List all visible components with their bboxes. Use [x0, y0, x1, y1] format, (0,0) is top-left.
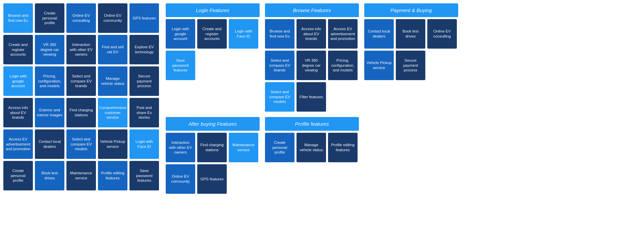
feature-tile[interactable]: Save password features [129, 161, 159, 190]
feature-tile[interactable]: Explore EV technology [129, 35, 159, 64]
feature-tile[interactable]: Browse and find new Ev [265, 19, 294, 49]
feature-tile[interactable]: Pricing, configuration, and models [35, 66, 64, 96]
profile-features-header: Profile features [265, 117, 359, 131]
left-section: Browse and find new EvCreate personal pr… [3, 3, 159, 194]
right-row-1: Login Features Login with google account… [166, 3, 641, 112]
feature-tile[interactable]: Find charging stations [197, 133, 227, 162]
browse-features-header: Browse Features [265, 3, 359, 17]
feature-tile[interactable]: Select and compare EV models [265, 82, 294, 112]
feature-tile[interactable]: Manage vehicle status [98, 66, 127, 96]
feature-tile[interactable]: Save password features [166, 51, 195, 80]
right-container: Login Features Login with google account… [166, 3, 641, 194]
feature-tile[interactable]: Interaction with other EV owners [66, 35, 96, 64]
after-buying-section: After buying Features Interaction with o… [166, 117, 260, 194]
feature-tile[interactable]: Login with google account [166, 19, 195, 49]
feature-tile[interactable]: VR 360 degree car viewing [297, 51, 326, 80]
browse-features-grid: Browse and find new EvAccess info about … [265, 19, 359, 112]
feature-tile[interactable]: Profile editing features [98, 161, 127, 190]
feature-tile[interactable]: Access info about EV brands [297, 19, 326, 49]
feature-tile[interactable]: Post and share Ev stories [129, 98, 159, 127]
feature-tile[interactable]: Secure payment process [129, 66, 159, 96]
profile-features-section: Profile features Create personal profile… [265, 117, 359, 194]
feature-tile[interactable]: Online EV community [166, 164, 195, 194]
payment-buying-header: Payment & Buying [364, 3, 458, 17]
feature-tile[interactable]: Login with Face ID [129, 129, 159, 159]
feature-tile[interactable]: Create personal profile [35, 3, 64, 33]
feature-tile[interactable]: Create personal profile [265, 133, 294, 162]
feature-tile[interactable]: Create and register accounts [197, 19, 227, 49]
feature-tile[interactable]: Pricing, configuration, and models [328, 51, 358, 80]
feature-tile[interactable]: Select and compare EV brands [265, 51, 294, 80]
feature-tile[interactable]: Contact local dealers [35, 129, 64, 159]
feature-tile[interactable]: Login with Face ID [229, 19, 258, 49]
feature-tile[interactable]: Create and register accounts [3, 35, 33, 64]
feature-tile[interactable]: Select and compare EV models [66, 129, 96, 159]
feature-tile[interactable]: Interaction with other EV owners [166, 133, 195, 162]
left-feature-grid: Browse and find new EvCreate personal pr… [3, 3, 159, 190]
after-buying-grid: Interaction with other EV ownersFind cha… [166, 133, 260, 194]
right-row-2: After buying Features Interaction with o… [166, 117, 641, 194]
feature-tile[interactable]: Contact local dealers [364, 19, 394, 49]
feature-tile[interactable]: Online EV consulting [66, 3, 96, 33]
login-features-section: Login Features Login with google account… [166, 3, 260, 112]
feature-tile[interactable]: Filter features [297, 82, 326, 112]
feature-tile[interactable]: Vehicle Pickup service [364, 51, 394, 80]
feature-tile[interactable]: Create personal profile [3, 161, 33, 190]
feature-tile[interactable]: Login with google account [3, 66, 33, 96]
feature-tile[interactable]: Browse and find new Ev [3, 3, 33, 33]
feature-tile[interactable]: Access info about EV brands [3, 98, 33, 127]
feature-tile[interactable]: Access EV advertisement and promotion [3, 129, 33, 159]
feature-tile[interactable]: GPS features [197, 164, 227, 194]
feature-tile[interactable]: Find charging stations [66, 98, 96, 127]
login-features-grid: Login with google accountCreate and regi… [166, 19, 260, 80]
feature-tile[interactable]: Book test drives [396, 19, 425, 49]
feature-tile[interactable]: VR 360 degree car viewing [35, 35, 64, 64]
feature-tile[interactable]: GPS features [129, 3, 159, 33]
feature-tile[interactable]: Manage vehicle status [297, 133, 326, 162]
feature-tile[interactable]: Maintenance service [229, 133, 258, 162]
payment-buying-grid: Contact local dealersBook test drivesOnl… [364, 19, 458, 80]
feature-tile[interactable]: Select and compare EV brands [66, 66, 96, 96]
login-features-header: Login Features [166, 3, 260, 17]
feature-tile[interactable]: Find and sell old EV [98, 35, 127, 64]
profile-features-grid: Create personal profileManage vehicle st… [265, 133, 359, 162]
feature-tile[interactable]: Maintenance service [66, 161, 96, 190]
feature-tile[interactable]: Secure payment process [396, 51, 425, 80]
feature-tile[interactable]: Online EV community [98, 3, 127, 33]
after-buying-header: After buying Features [166, 117, 260, 131]
feature-tile[interactable]: Profile editing features [328, 133, 358, 162]
browse-features-section: Browse Features Browse and find new EvAc… [265, 3, 359, 112]
payment-buying-section: Payment & Buying Contact local dealersBo… [364, 3, 458, 112]
feature-tile[interactable]: Online EV consulting [427, 19, 457, 49]
feature-tile[interactable]: Exterior and interior images [35, 98, 64, 127]
feature-tile[interactable]: Access EV advertisement and promotion [328, 19, 358, 49]
feature-tile[interactable]: Book test drives [35, 161, 64, 190]
feature-tile[interactable]: Vehicle Pickup service [98, 129, 127, 159]
feature-tile[interactable]: Comprehensive customer service [98, 98, 127, 127]
